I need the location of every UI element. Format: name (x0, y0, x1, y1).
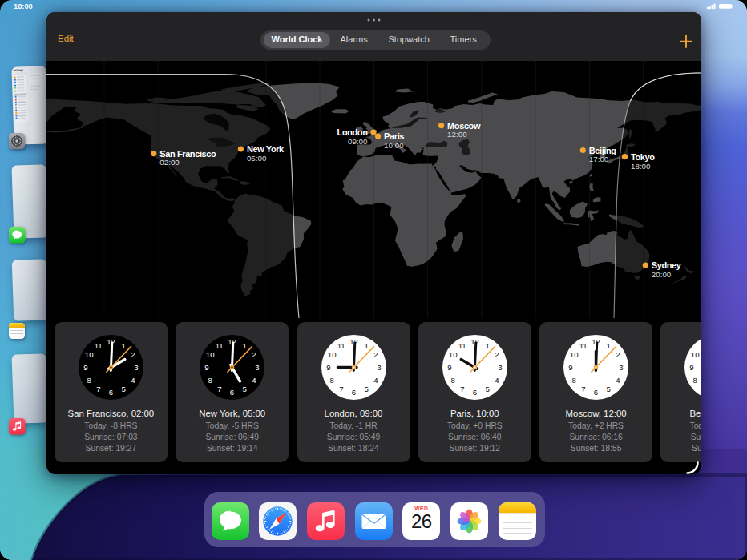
svg-text:3: 3 (619, 363, 623, 372)
svg-text:5: 5 (607, 385, 611, 393)
svg-text:09:00: 09:00 (348, 137, 368, 146)
svg-text:02:00: 02:00 (159, 158, 180, 167)
svg-text:4: 4 (374, 376, 378, 385)
svg-text:London: London (337, 127, 369, 137)
svg-text:Moscow: Moscow (447, 121, 481, 131)
svg-text:2: 2 (495, 350, 499, 359)
svg-text:8: 8 (87, 376, 91, 385)
svg-text:05:00: 05:00 (247, 154, 267, 163)
svg-text:10: 10 (85, 350, 94, 359)
svg-text:11: 11 (701, 341, 701, 350)
svg-text:2: 2 (131, 350, 135, 359)
svg-text:7: 7 (460, 385, 464, 393)
svg-text:18:00: 18:00 (631, 162, 651, 171)
svg-text:4: 4 (252, 376, 256, 385)
svg-text:8: 8 (572, 376, 576, 385)
svg-text:12:00: 12:00 (447, 130, 467, 139)
svg-text:10:00: 10:00 (384, 141, 404, 150)
svg-text:7: 7 (217, 385, 221, 393)
svg-text:7: 7 (96, 385, 100, 393)
svg-text:1: 1 (121, 341, 125, 350)
svg-text:11: 11 (458, 341, 466, 350)
svg-text:1: 1 (364, 341, 368, 350)
svg-text:8: 8 (208, 376, 212, 385)
svg-text:9: 9 (205, 363, 209, 372)
svg-text:3: 3 (377, 363, 381, 372)
svg-text:17:00: 17:00 (589, 155, 609, 163)
svg-text:Paris: Paris (384, 131, 404, 141)
svg-text:Sydney: Sydney (652, 260, 682, 270)
svg-text:9: 9 (83, 363, 87, 372)
svg-text:10: 10 (327, 350, 336, 359)
svg-text:9: 9 (568, 363, 572, 372)
svg-text:8: 8 (693, 376, 697, 385)
svg-text:6: 6 (230, 388, 234, 397)
svg-text:5: 5 (121, 385, 125, 393)
svg-text:Beijing: Beijing (589, 146, 616, 155)
svg-text:9: 9 (447, 363, 451, 372)
svg-text:8: 8 (329, 376, 333, 385)
svg-text:4: 4 (131, 376, 135, 385)
svg-text:5: 5 (243, 385, 247, 393)
svg-text:2: 2 (616, 350, 620, 359)
svg-text:6: 6 (594, 388, 598, 397)
svg-text:6: 6 (473, 388, 477, 397)
svg-text:1: 1 (607, 341, 611, 350)
svg-text:11: 11 (579, 341, 588, 350)
svg-text:2: 2 (252, 350, 256, 359)
svg-text:6: 6 (109, 388, 113, 397)
svg-text:1: 1 (485, 341, 489, 350)
svg-text:11: 11 (95, 341, 103, 350)
svg-text:3: 3 (134, 363, 138, 372)
svg-text:11: 11 (337, 341, 345, 350)
svg-text:9: 9 (690, 363, 694, 372)
svg-text:San Francisco: San Francisco (159, 149, 216, 159)
svg-text:9: 9 (326, 363, 330, 372)
svg-text:1: 1 (243, 341, 247, 350)
svg-text:3: 3 (498, 363, 502, 372)
svg-text:5: 5 (485, 385, 489, 393)
svg-text:10: 10 (691, 350, 700, 359)
svg-text:New York: New York (247, 144, 285, 154)
svg-text:10: 10 (206, 350, 215, 359)
svg-text:11: 11 (216, 341, 224, 350)
svg-text:10: 10 (449, 350, 458, 359)
svg-text:7: 7 (581, 385, 585, 393)
svg-text:5: 5 (364, 385, 368, 393)
svg-text:4: 4 (616, 376, 620, 385)
svg-text:7: 7 (339, 385, 343, 393)
svg-text:6: 6 (351, 388, 355, 397)
svg-text:Tokyo: Tokyo (631, 152, 655, 162)
svg-text:3: 3 (256, 363, 260, 372)
svg-text:20:00: 20:00 (652, 270, 672, 279)
svg-text:10: 10 (570, 350, 579, 359)
svg-text:8: 8 (450, 376, 454, 385)
svg-text:2: 2 (374, 350, 378, 359)
svg-text:4: 4 (495, 376, 499, 385)
